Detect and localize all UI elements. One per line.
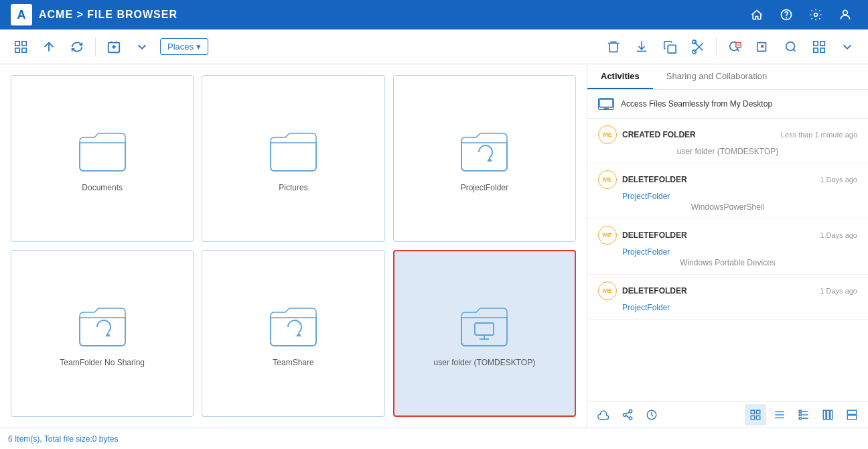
activity-avatar: ME — [598, 125, 617, 144]
svg-rect-49 — [799, 417, 801, 419]
activity-item: ME CREATED FOLDER Less than 1 minute ago… — [587, 119, 868, 164]
user-button[interactable] — [833, 3, 857, 27]
activity-action: DELETEFOLDER — [622, 231, 687, 240]
tab-activities[interactable]: Activities — [587, 64, 653, 89]
folder-user-tomdesktop-icon — [457, 303, 511, 352]
svg-marker-24 — [105, 332, 111, 336]
toolbar: Places ▾ — [0, 29, 868, 64]
svg-rect-45 — [799, 410, 801, 412]
desktop-access-row: Access Files Seamlessly from My Desktop — [587, 90, 868, 119]
activity-action: CREATED FOLDER — [622, 130, 696, 139]
svg-rect-47 — [799, 413, 801, 415]
svg-marker-25 — [296, 332, 301, 336]
svg-point-2 — [814, 13, 818, 17]
cut-button[interactable] — [685, 34, 711, 60]
list-view-btn[interactable] — [745, 404, 766, 426]
home-button[interactable] — [745, 3, 769, 27]
folder-projectfolder[interactable]: ProjectFolder — [393, 75, 576, 242]
svg-rect-20 — [820, 41, 824, 45]
refresh-button[interactable] — [64, 34, 90, 60]
detail-view-btn[interactable] — [793, 404, 814, 426]
cloud-icon-btn[interactable] — [593, 404, 614, 426]
file-area: Documents Pictures — [0, 64, 587, 428]
view-toggle-button[interactable] — [806, 34, 832, 60]
folder-projectfolder-label: ProjectFolder — [461, 183, 508, 192]
svg-rect-55 — [847, 415, 857, 419]
activity-action: DELETEFOLDER — [622, 175, 687, 184]
activity-time: Less than 1 minute ago — [781, 131, 857, 139]
folder-teamshare[interactable]: TeamShare — [202, 250, 384, 417]
panel-bottom — [587, 401, 868, 428]
svg-rect-29 — [599, 99, 613, 107]
add-dropdown-button[interactable] — [129, 34, 155, 60]
folder-documents[interactable]: Documents — [11, 75, 194, 242]
activity-action: DELETEFOLDER — [622, 286, 687, 296]
folder-teamshare-label: TeamShare — [273, 358, 313, 367]
svg-rect-54 — [847, 410, 857, 414]
app-logo: A — [11, 4, 32, 25]
svg-point-1 — [786, 17, 787, 18]
activity-item: ME DELETEFOLDER 1 Days ago ProjectFolder — [587, 275, 868, 320]
download-button[interactable] — [629, 34, 654, 60]
activity-avatar: ME — [598, 281, 617, 300]
statusbar-text: 6 Item(s), Total file size:0 bytes — [8, 434, 119, 444]
toolbar-divider-1 — [95, 38, 96, 56]
panel-view-btn[interactable] — [841, 404, 863, 426]
right-panel: Activities Sharing and Collaboration Acc… — [587, 64, 868, 428]
activity-link[interactable]: ProjectFolder — [622, 247, 857, 257]
history-icon-btn[interactable] — [641, 404, 662, 426]
svg-rect-53 — [830, 410, 833, 420]
activity-detail: Windows Portable Devices — [598, 258, 857, 267]
search-button[interactable] — [778, 34, 804, 60]
breadcrumb: ACME > FILE BROWSER — [39, 9, 177, 21]
svg-rect-4 — [15, 41, 19, 45]
panel-content: Access Files Seamlessly from My Desktop … — [587, 90, 868, 401]
svg-point-3 — [843, 10, 848, 15]
svg-rect-6 — [15, 48, 19, 52]
settings-button[interactable] — [804, 3, 828, 27]
svg-rect-5 — [22, 41, 26, 45]
folder-teamfolder-no-sharing[interactable]: TeamFolder No Sharing — [11, 250, 194, 417]
folder-user-tomdesktop[interactable]: user folder (TOMDESKTOP) — [393, 250, 576, 417]
share-icon-btn[interactable] — [617, 404, 638, 426]
activity-link[interactable]: ProjectFolder — [622, 192, 857, 201]
svg-rect-19 — [814, 41, 818, 45]
header-left: A ACME > FILE BROWSER — [11, 4, 177, 25]
activity-time: 1 Days ago — [820, 287, 857, 295]
folder-documents-label: Documents — [82, 183, 123, 192]
svg-point-34 — [629, 417, 632, 420]
folder-teamfolder-no-sharing-icon — [76, 303, 129, 352]
clear-filter-button[interactable] — [750, 34, 776, 60]
folder-teamfolder-no-sharing-label: TeamFolder No Sharing — [60, 358, 145, 367]
folder-pictures[interactable]: Pictures — [202, 75, 384, 242]
svg-point-32 — [629, 409, 632, 413]
statusbar: 6 Item(s), Total file size:0 bytes — [0, 428, 868, 449]
add-button[interactable] — [101, 34, 127, 60]
places-label: Places — [167, 42, 194, 52]
copy-button[interactable] — [657, 34, 682, 60]
help-button[interactable] — [774, 3, 798, 27]
activity-link[interactable]: ProjectFolder — [622, 303, 857, 312]
svg-rect-26 — [475, 323, 494, 335]
folder-pictures-icon — [267, 128, 320, 178]
header-actions — [745, 3, 857, 27]
places-arrow: ▾ — [196, 42, 201, 52]
filter-active-button[interactable] — [722, 34, 747, 60]
grid-view-btn[interactable] — [769, 404, 790, 426]
header: A ACME > FILE BROWSER — [0, 0, 868, 29]
places-button[interactable]: Places ▾ — [160, 38, 208, 55]
folder-user-tomdesktop-label: user folder (TOMDESKTOP) — [434, 358, 536, 367]
svg-line-35 — [626, 415, 629, 418]
svg-rect-22 — [820, 48, 824, 52]
activity-avatar: ME — [598, 226, 617, 245]
grid-view-button[interactable] — [8, 34, 33, 60]
svg-rect-21 — [814, 48, 818, 52]
up-button[interactable] — [36, 34, 62, 60]
column-view-btn[interactable] — [817, 404, 839, 426]
delete-button[interactable] — [601, 34, 626, 60]
svg-point-33 — [623, 413, 626, 416]
tab-sharing[interactable]: Sharing and Collaboration — [653, 64, 780, 89]
folder-pictures-label: Pictures — [279, 183, 307, 192]
folder-documents-icon — [76, 128, 129, 178]
view-dropdown-button[interactable] — [835, 34, 860, 60]
